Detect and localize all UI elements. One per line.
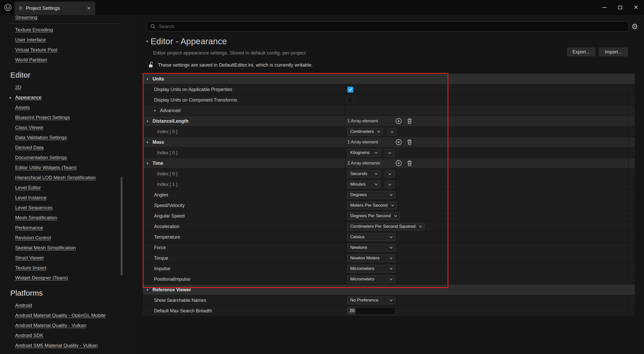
checkbox-display-units-on-component-transforms[interactable] bbox=[347, 97, 353, 103]
sidebar-item-android[interactable]: ▸ Android bbox=[0, 300, 137, 310]
search-input[interactable] bbox=[159, 24, 625, 29]
dropdown-value: Minutes bbox=[350, 182, 366, 187]
dropdown-speed-velocity-meters-per-second[interactable]: Meters Per Second bbox=[347, 202, 397, 209]
dropdown-temperature-celsius[interactable]: Celsius bbox=[347, 233, 395, 241]
delete-elements-button[interactable] bbox=[407, 139, 412, 146]
project-settings-tab[interactable]: ⚙ Project Settings ✕ bbox=[14, 2, 95, 15]
settings-array-index-row-index-0: Index [ 0 ] Seconds bbox=[143, 169, 635, 179]
sidebar-item-blueprint-project-settings[interactable]: ▸ Blueprint Project Settings bbox=[0, 112, 137, 122]
element-options-dropdown[interactable] bbox=[387, 128, 397, 135]
sidebar-item-user-interface[interactable]: ▸ User Interface bbox=[0, 35, 137, 45]
sidebar-item-streaming[interactable]: ▸ Streaming bbox=[0, 15, 137, 22]
sidebar-item-data-validation-settings[interactable]: ▸ Data Validation Settings bbox=[0, 132, 137, 142]
dropdown-value: Meters Per Second bbox=[350, 203, 388, 208]
dropdown-angles-degrees[interactable]: Degrees bbox=[347, 191, 395, 199]
export-button[interactable]: Export... bbox=[567, 48, 595, 56]
settings-category-row-units[interactable]: ▾ Units bbox=[143, 74, 635, 84]
add-element-button[interactable] bbox=[395, 160, 402, 167]
sidebar-item-revision-control[interactable]: ▸ Revision Control bbox=[0, 233, 137, 243]
dropdown-angular-speed-degrees-per-second[interactable]: Degrees Per Second bbox=[347, 212, 400, 220]
element-options-dropdown[interactable] bbox=[385, 170, 394, 178]
unreal-engine-logo-icon bbox=[4, 4, 12, 11]
number-input[interactable]: 20 bbox=[347, 307, 395, 315]
sidebar-item-assets[interactable]: ▸ Assets bbox=[0, 102, 137, 112]
sidebar-item-class-viewer[interactable]: ▸ Class Viewer bbox=[0, 122, 137, 132]
chevron-down-icon bbox=[390, 257, 393, 259]
dropdown-value: Micrometers bbox=[350, 266, 374, 271]
settings-advanced-row-advanced[interactable]: ▾ Advanced bbox=[143, 105, 635, 116]
sidebar-item-skeletal-mesh-simplification[interactable]: ▸ Skeletal Mesh Simplification bbox=[0, 243, 137, 253]
sidebar-item-level-editor[interactable]: ▸ Level Editor bbox=[0, 183, 137, 193]
collapse-arrow-icon: ▾ bbox=[154, 109, 158, 113]
close-icon: ✕ bbox=[634, 5, 638, 10]
sidebar-item-virtual-texture-pool[interactable]: ▸ Virtual Texture Pool bbox=[0, 45, 137, 55]
delete-elements-button[interactable] bbox=[407, 118, 412, 124]
dropdown-impulse-micrometers[interactable]: Micrometers bbox=[347, 265, 395, 273]
titlebar: ⚙ Project Settings ✕ ✕ bbox=[0, 0, 644, 15]
chevron-down-icon bbox=[391, 129, 394, 134]
collapse-arrow-icon[interactable]: ▾ bbox=[146, 39, 148, 44]
sidebar-item-level-instance[interactable]: ▸ Level Instance bbox=[0, 193, 137, 203]
add-element-button[interactable] bbox=[395, 118, 402, 124]
sidebar-item-world-partition[interactable]: ▸ World Partition bbox=[0, 55, 137, 65]
element-options-dropdown[interactable] bbox=[385, 149, 394, 157]
sidebar-item-widget-designer-team[interactable]: ▸ Widget Designer (Team) bbox=[0, 273, 137, 283]
maximize-button[interactable] bbox=[612, 0, 628, 15]
dropdown-show-searchable-names-no-preference[interactable]: No Preference bbox=[347, 297, 395, 304]
sidebar-item-android-material-quality-opengl-mobile[interactable]: ▸ Android Material Quality - OpenGL Mobi… bbox=[0, 310, 137, 320]
sidebar-item-editor-utility-widgets-team[interactable]: ▸ Editor Utility Widgets (Team) bbox=[0, 162, 137, 173]
sidebar-item-struct-viewer[interactable]: ▸ Struct Viewer bbox=[0, 253, 137, 263]
config-note-row: These settings are saved in DefaultEdito… bbox=[148, 61, 313, 69]
dropdown-positionalimpulse-micrometers[interactable]: Micrometers bbox=[347, 276, 395, 283]
dropdown-torque-newton-meters[interactable]: Newton Meters bbox=[347, 255, 395, 262]
sidebar-item-performance[interactable]: ▸ Performance bbox=[0, 223, 137, 233]
array-label: Time bbox=[153, 161, 163, 166]
dropdown-index-0-kilograms[interactable]: Kilograms bbox=[347, 149, 380, 157]
sidebar-item-documentation-settings[interactable]: ▸ Documentation Settings bbox=[0, 152, 137, 162]
element-options-dropdown[interactable] bbox=[385, 181, 394, 188]
chevron-down-icon bbox=[394, 215, 397, 217]
page-title-row: ▾ Editor - Appearance bbox=[146, 36, 227, 47]
dropdown-index-1-minutes[interactable]: Minutes bbox=[347, 181, 380, 188]
sidebar-item-android-sm5-material-quality-vulkan[interactable]: ▸ Android SM5 Material Quality - Vulkan bbox=[0, 340, 137, 350]
settings-array-header-row-time[interactable]: ▾ Time 2 Array elements bbox=[143, 158, 635, 169]
dropdown-force-newtons[interactable]: Newtons bbox=[347, 244, 395, 251]
sidebar-item-android-material-quality-vulkan[interactable]: ▸ Android Material Quality - Vulkan bbox=[0, 320, 137, 330]
main-panel: ⚙ ▾ Editor - Appearance Editor project a… bbox=[137, 15, 644, 354]
index-label: Index [ 0 ] bbox=[157, 171, 177, 177]
add-element-button[interactable] bbox=[395, 139, 402, 146]
property-label: Acceleration bbox=[154, 224, 179, 229]
sidebar-item-hierarchical-lod-mesh-simplification[interactable]: ▸ Hierarchical LOD Mesh Simplification bbox=[0, 173, 137, 183]
property-label: Impulse bbox=[154, 266, 170, 271]
gear-icon: ⚙ bbox=[631, 22, 638, 31]
dropdown-index-0-seconds[interactable]: Seconds bbox=[347, 170, 380, 178]
delete-elements-button[interactable] bbox=[407, 160, 412, 167]
tab-close-icon[interactable]: ✕ bbox=[86, 5, 92, 12]
settings-options-button[interactable]: ⚙ bbox=[630, 21, 640, 32]
property-label: Speed/Velocity bbox=[154, 203, 185, 208]
collapse-arrow-icon: ▾ bbox=[147, 77, 150, 81]
sidebar-item-mesh-simplification[interactable]: ▸ Mesh Simplification bbox=[0, 213, 137, 223]
settings-array-header-row-distance-length[interactable]: ▾ Distance/Length 1 Array element bbox=[143, 116, 635, 126]
import-button[interactable]: Import... bbox=[599, 48, 628, 56]
settings-array-header-row-mass[interactable]: ▾ Mass 1 Array element bbox=[143, 137, 635, 148]
sidebar-scrollbar-thumb[interactable] bbox=[121, 177, 122, 276]
chevron-down-icon bbox=[375, 152, 378, 154]
property-label: PositionalImpulse bbox=[154, 277, 190, 282]
sidebar-item-derived-data[interactable]: ▸ Derived Data bbox=[0, 142, 137, 152]
settings-category-row-reference-viewer[interactable]: ▾ Reference Viewer bbox=[143, 285, 635, 295]
dropdown-value: Newton Meters bbox=[350, 256, 380, 261]
sidebar-item-texture-encoding[interactable]: ▸ Texture Encoding bbox=[0, 25, 137, 35]
unlocked-padlock-icon bbox=[148, 61, 154, 69]
index-label: Index [ 1 ] bbox=[157, 182, 177, 187]
sidebar-item-2d[interactable]: ▸ 2D bbox=[0, 82, 137, 92]
sidebar-item-appearance[interactable]: ▸ Appearance bbox=[0, 92, 137, 102]
sidebar-item-level-sequences[interactable]: ▸ Level Sequences bbox=[0, 203, 137, 213]
sidebar-item-texture-import[interactable]: ▸ Texture Import bbox=[0, 263, 137, 273]
dropdown-index-0-centimeters[interactable]: Centimeters bbox=[347, 128, 383, 135]
dropdown-acceleration-centimeters-per-second-squared[interactable]: Centimeters Per Second Squared bbox=[347, 223, 424, 230]
close-button[interactable]: ✕ bbox=[628, 0, 644, 15]
checkbox-display-units-on-applicable-properties[interactable] bbox=[347, 87, 353, 93]
sidebar-item-android-sdk[interactable]: ▸ Android SDK bbox=[0, 330, 137, 340]
minimize-button[interactable] bbox=[596, 0, 612, 15]
